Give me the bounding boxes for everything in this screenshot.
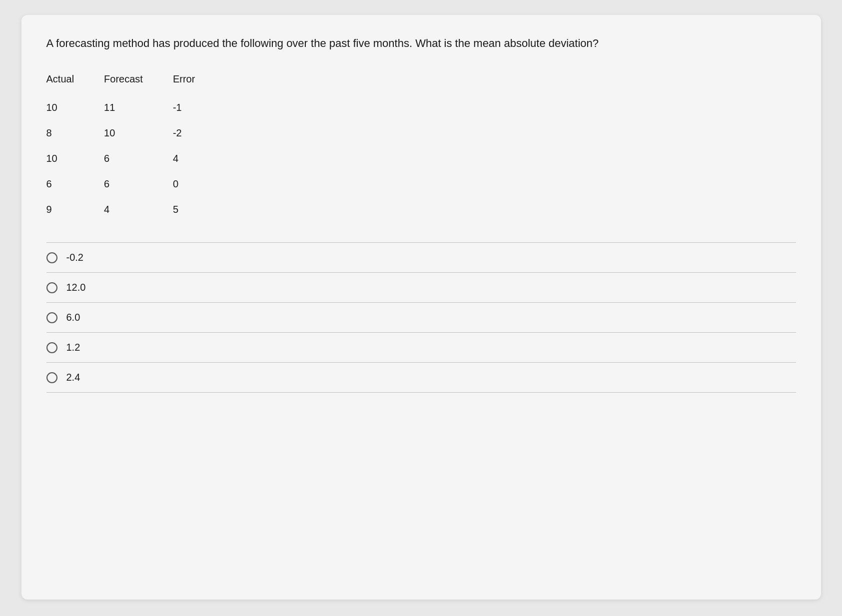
- option-label-opt2: 12.0: [66, 282, 86, 293]
- option-label-opt5: 2.4: [66, 372, 80, 383]
- col-header-error: Error: [173, 69, 225, 95]
- cell-error-1: -2: [173, 120, 225, 146]
- cell-forecast-1: 10: [104, 120, 173, 146]
- table-row: 1011-1: [46, 95, 225, 120]
- table-row: 660: [46, 171, 225, 197]
- cell-error-4: 5: [173, 197, 225, 222]
- cell-error-2: 4: [173, 146, 225, 171]
- options-section: -0.212.06.01.22.4: [46, 242, 796, 393]
- col-header-actual: Actual: [46, 69, 104, 95]
- data-table-section: Actual Forecast Error 1011-1810-21064660…: [46, 69, 796, 222]
- cell-actual-4: 9: [46, 197, 104, 222]
- radio-opt4[interactable]: [46, 342, 57, 353]
- radio-opt2[interactable]: [46, 282, 57, 293]
- cell-actual-1: 8: [46, 120, 104, 146]
- cell-forecast-0: 11: [104, 95, 173, 120]
- cell-actual-3: 6: [46, 171, 104, 197]
- radio-opt1[interactable]: [46, 252, 57, 263]
- cell-error-3: 0: [173, 171, 225, 197]
- cell-error-0: -1: [173, 95, 225, 120]
- table-row: 1064: [46, 146, 225, 171]
- option-row-2[interactable]: 12.0: [46, 273, 796, 303]
- forecast-table: Actual Forecast Error 1011-1810-21064660…: [46, 69, 225, 222]
- option-row-1[interactable]: -0.2: [46, 243, 796, 273]
- option-row-5[interactable]: 2.4: [46, 363, 796, 393]
- table-row: 810-2: [46, 120, 225, 146]
- radio-opt5[interactable]: [46, 372, 57, 383]
- option-row-3[interactable]: 6.0: [46, 303, 796, 333]
- option-label-opt3: 6.0: [66, 312, 80, 323]
- cell-actual-0: 10: [46, 95, 104, 120]
- question-text: A forecasting method has produced the fo…: [46, 35, 796, 51]
- cell-forecast-3: 6: [104, 171, 173, 197]
- table-row: 945: [46, 197, 225, 222]
- col-header-forecast: Forecast: [104, 69, 173, 95]
- question-card: A forecasting method has produced the fo…: [21, 15, 821, 600]
- cell-actual-2: 10: [46, 146, 104, 171]
- radio-opt3[interactable]: [46, 312, 57, 323]
- option-label-opt1: -0.2: [66, 252, 83, 263]
- option-label-opt4: 1.2: [66, 342, 80, 353]
- option-row-4[interactable]: 1.2: [46, 333, 796, 363]
- cell-forecast-4: 4: [104, 197, 173, 222]
- cell-forecast-2: 6: [104, 146, 173, 171]
